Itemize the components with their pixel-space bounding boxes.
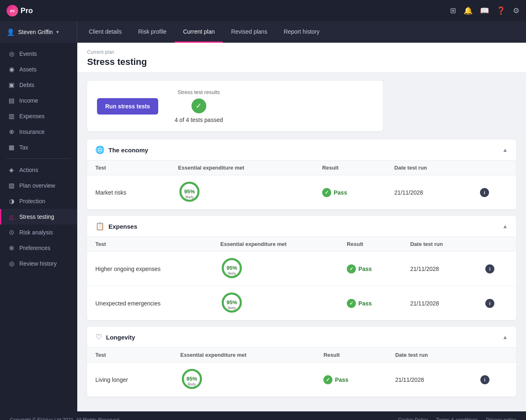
table-row: Living longer 95% likely bbox=[87, 363, 516, 397]
pass-badge: ✓ Pass bbox=[347, 299, 394, 308]
sidebar-label-review-history: Review history bbox=[19, 260, 57, 267]
review-history-icon: ◎ bbox=[8, 260, 15, 267]
expenditure-higher-expenses: 95% likely bbox=[212, 252, 339, 286]
circle-badge-higher-expenses: 95% likely bbox=[220, 257, 243, 280]
bell-icon[interactable]: 🔔 bbox=[464, 6, 473, 15]
sidebar-item-insurance[interactable]: ⊕ Insurance bbox=[0, 124, 77, 140]
nav-tabs: Client details Risk profile Current plan… bbox=[77, 21, 328, 43]
actions-icon: ◈ bbox=[8, 166, 15, 174]
tab-report-history[interactable]: Report history bbox=[275, 21, 328, 43]
sidebar-item-tax[interactable]: ▦ Tax bbox=[0, 140, 77, 155]
col-info-economy bbox=[472, 161, 516, 175]
expenditure-market-risks: 95% likely bbox=[170, 175, 314, 210]
logo-text: Pro bbox=[21, 7, 33, 15]
col-test-economy: Test bbox=[87, 161, 170, 175]
sidebar-item-expenses[interactable]: ▥ Expenses bbox=[0, 108, 77, 124]
stress-results: Stress test results ✓ 4 of 4 tests passe… bbox=[175, 89, 223, 123]
insurance-icon: ⊕ bbox=[8, 128, 15, 135]
expenses-table: Test Essential expenditure met Result Da… bbox=[87, 237, 516, 320]
debts-icon: ▣ bbox=[8, 81, 15, 89]
economy-table: Test Essential expenditure met Result Da… bbox=[87, 161, 516, 209]
tab-client-details[interactable]: Client details bbox=[81, 21, 130, 43]
sidebar-item-plan-overview[interactable]: ▧ Plan overview bbox=[0, 178, 77, 193]
economy-section-header[interactable]: 🌐 The economy ▲ bbox=[87, 140, 516, 161]
col-test-expenses: Test bbox=[87, 237, 212, 252]
sidebar-item-review-history[interactable]: ◎ Review history bbox=[0, 256, 77, 271]
protection-icon: ◑ bbox=[8, 197, 15, 205]
sidebar-label-assets: Assets bbox=[19, 66, 37, 73]
footer-privacy[interactable]: Privacy policy bbox=[486, 417, 516, 420]
content-area: Current plan Stress testing Run stress t… bbox=[77, 43, 526, 411]
circle-badge-living-longer: 95% likely bbox=[180, 367, 203, 390]
content-body: Run stress tests Stress test results ✓ 4… bbox=[77, 73, 526, 411]
expenses-section-title: 📋 Expenses bbox=[95, 222, 137, 231]
sidebar-item-stress-testing[interactable]: △ Stress testing bbox=[0, 209, 77, 225]
sidebar-item-assets[interactable]: ◉ Assets bbox=[0, 62, 77, 77]
user-icon: 👤 bbox=[7, 28, 15, 36]
sidebar-item-risk-analysis[interactable]: ⊙ Risk analysis bbox=[0, 225, 77, 240]
sidebar-item-actions[interactable]: ◈ Actions bbox=[0, 162, 77, 178]
tab-current-plan[interactable]: Current plan bbox=[175, 21, 223, 43]
events-icon: ◎ bbox=[8, 50, 15, 57]
run-stress-tests-button[interactable]: Run stress tests bbox=[97, 98, 158, 115]
footer-cookie-policy[interactable]: Cookie Policy bbox=[398, 417, 428, 420]
expenses-section-header[interactable]: 📋 Expenses ▲ bbox=[87, 216, 516, 237]
app-logo: ev Pro bbox=[7, 5, 33, 16]
circle-badge-emergencies: 95% likely bbox=[220, 291, 243, 314]
sidebar-label-debts: Debts bbox=[19, 82, 35, 88]
pass-check-icon: ✓ bbox=[323, 375, 332, 384]
sidebar-label-insurance: Insurance bbox=[19, 129, 44, 135]
sidebar-label-stress-testing: Stress testing bbox=[19, 213, 54, 220]
info-button[interactable]: i bbox=[480, 375, 489, 384]
sidebar-label-tax: Tax bbox=[19, 144, 28, 151]
test-name-market-risks: Market risks bbox=[87, 175, 170, 210]
tab-risk-profile[interactable]: Risk profile bbox=[130, 21, 175, 43]
longevity-section: ♡ Longevity ▲ Test Essential expenditure… bbox=[87, 327, 516, 397]
sidebar-label-plan-overview: Plan overview bbox=[19, 182, 55, 189]
sidebar-label-risk-analysis: Risk analysis bbox=[19, 229, 53, 236]
help-icon[interactable]: ❓ bbox=[496, 6, 505, 15]
footer-copyright: Copyright © EValue Ltd 2021. All Rights … bbox=[10, 417, 120, 420]
footer-terms[interactable]: Terms & conditions bbox=[436, 417, 478, 420]
sidebar-item-preferences[interactable]: ⊗ Preferences bbox=[0, 240, 77, 256]
expenses-icon: ▥ bbox=[8, 112, 15, 120]
assets-icon: ◉ bbox=[8, 66, 15, 73]
topbar: ev Pro ⊞ 🔔 📖 ❓ ⚙ bbox=[0, 0, 526, 21]
topbar-icons: ⊞ 🔔 📖 ❓ ⚙ bbox=[450, 6, 519, 15]
content-header: Current plan Stress testing bbox=[77, 43, 526, 73]
longevity-section-header[interactable]: ♡ Longevity ▲ bbox=[87, 327, 516, 348]
pass-badge: ✓ Pass bbox=[323, 375, 378, 384]
preferences-icon: ⊗ bbox=[8, 244, 15, 252]
book-icon[interactable]: 📖 bbox=[480, 6, 489, 15]
economy-icon: 🌐 bbox=[95, 145, 104, 154]
date-emergencies: 21/11/2028 bbox=[402, 286, 477, 321]
col-test-longevity: Test bbox=[87, 348, 172, 363]
info-button[interactable]: i bbox=[480, 188, 489, 197]
sidebar-label-expenses: Expenses bbox=[19, 113, 44, 119]
gear-icon[interactable]: ⚙ bbox=[513, 6, 519, 15]
tax-icon: ▦ bbox=[8, 144, 15, 151]
income-icon: ▤ bbox=[8, 97, 15, 104]
date-market-risks: 21/11/2028 bbox=[386, 175, 472, 210]
secondary-nav: 👤 Steven Griffin ▾ Client details Risk p… bbox=[0, 21, 526, 43]
tab-revised-plans[interactable]: Revised plans bbox=[223, 21, 275, 43]
col-expenditure-longevity: Essential expenditure met bbox=[172, 348, 315, 363]
pass-check-icon: ✓ bbox=[347, 264, 356, 273]
result-living-longer: ✓ Pass bbox=[315, 363, 387, 397]
test-emergencies: Unexpected emergencies bbox=[87, 286, 212, 321]
info-button[interactable]: i bbox=[485, 299, 494, 308]
sidebar-item-debts[interactable]: ▣ Debts bbox=[0, 77, 77, 93]
circle-sub-likely: likely bbox=[188, 382, 196, 386]
test-living-longer: Living longer bbox=[87, 363, 172, 397]
info-button[interactable]: i bbox=[485, 264, 494, 273]
sidebar-item-events[interactable]: ◎ Events bbox=[0, 46, 77, 62]
sidebar-item-income[interactable]: ▤ Income bbox=[0, 93, 77, 108]
grid-icon[interactable]: ⊞ bbox=[450, 6, 456, 15]
pass-label: Pass bbox=[358, 300, 372, 307]
info-living-longer: i bbox=[472, 363, 516, 397]
user-section[interactable]: 👤 Steven Griffin ▾ bbox=[0, 21, 77, 43]
sidebar-item-protection[interactable]: ◑ Protection bbox=[0, 193, 77, 209]
economy-section: 🌐 The economy ▲ Test Essential expenditu… bbox=[87, 140, 516, 209]
stress-testing-icon: △ bbox=[8, 213, 15, 220]
expenditure-emergencies: 95% likely bbox=[212, 286, 339, 321]
